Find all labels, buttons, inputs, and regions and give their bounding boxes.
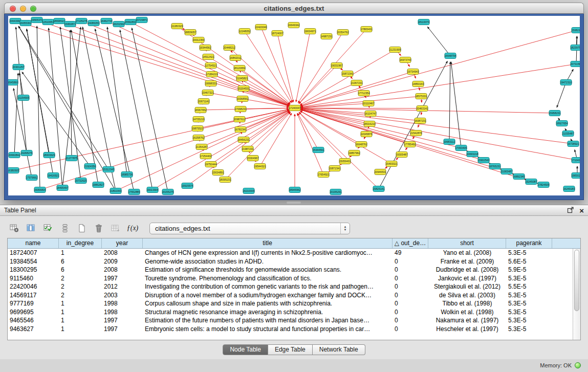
create-column-icon[interactable] bbox=[75, 222, 89, 235]
graph-node[interactable]: 16104747 bbox=[364, 111, 376, 117]
table-row[interactable]: 1456911722003Disruption of a novel membe… bbox=[8, 291, 573, 300]
column-header-4[interactable]: △ out_de… bbox=[393, 238, 428, 248]
show-columns-icon[interactable] bbox=[24, 222, 38, 235]
graph-node[interactable]: 14735219 bbox=[192, 117, 204, 122]
graph-node[interactable]: 21065487 bbox=[500, 169, 512, 174]
graph-node[interactable]: 17284219 bbox=[206, 72, 217, 77]
graph-node[interactable]: 19998331 bbox=[205, 81, 216, 86]
graph-node[interactable]: 21924356 bbox=[84, 164, 96, 169]
graph-node[interactable]: 12610651 bbox=[42, 19, 54, 25]
graph-node[interactable]: 19416921 bbox=[47, 173, 59, 179]
graph-node[interactable]: 15634891 bbox=[212, 170, 224, 176]
graph-node[interactable]: 12248052 bbox=[238, 29, 250, 34]
import-table-icon[interactable] bbox=[108, 222, 123, 235]
graph-node[interactable]: 15950871 bbox=[64, 21, 76, 27]
graph-node[interactable]: 20195291 bbox=[330, 189, 341, 195]
graph-node[interactable]: 16055361 bbox=[19, 20, 31, 26]
graph-node[interactable]: 18367652 bbox=[194, 107, 206, 113]
graph-node[interactable]: 22045876 bbox=[360, 132, 372, 137]
graph-node[interactable]: 19472310 bbox=[560, 80, 572, 85]
graph-node[interactable]: 14850163 bbox=[412, 81, 424, 87]
delete-column-icon[interactable] bbox=[92, 222, 106, 235]
graph-node[interactable]: 19245087 bbox=[525, 179, 537, 185]
column-header-6[interactable]: pagerank bbox=[506, 238, 552, 248]
graph-node[interactable]: 20448212 bbox=[223, 45, 235, 51]
graph-node[interactable]: 21542876 bbox=[410, 130, 422, 136]
window-titlebar[interactable]: citations_edges.txt bbox=[4, 3, 584, 14]
graph-node[interactable]: 15872341 bbox=[341, 71, 353, 77]
column-header-5[interactable]: short bbox=[428, 238, 506, 248]
graph-node[interactable]: 17712354 bbox=[358, 91, 369, 96]
graph-node[interactable]: 16648762 bbox=[355, 142, 367, 147]
graph-node[interactable]: 21354287 bbox=[195, 144, 207, 150]
graph-node[interactable]: 20729872 bbox=[136, 17, 147, 23]
graph-node[interactable]: 17785492 bbox=[404, 142, 416, 147]
row-tools-icon[interactable] bbox=[58, 222, 72, 235]
graph-node[interactable]: 20354762 bbox=[337, 30, 349, 35]
graph-node[interactable]: 19544321 bbox=[254, 164, 266, 169]
table-row[interactable]: 977716911998Corpus callosum shape and si… bbox=[8, 299, 573, 308]
graph-node[interactable]: 15344591 bbox=[312, 147, 324, 153]
graph-node[interactable]: 20946531 bbox=[374, 169, 386, 175]
graph-node[interactable]: 21802063 bbox=[110, 188, 121, 194]
graph-node[interactable]: 18575331 bbox=[415, 94, 427, 99]
graph-node[interactable]: 21987231 bbox=[242, 146, 253, 152]
graph-node[interactable]: 16892345 bbox=[513, 174, 525, 180]
graph-node[interactable]: 18095231 bbox=[219, 177, 231, 183]
close-button[interactable] bbox=[10, 6, 16, 12]
graph-node[interactable]: 16649342 bbox=[288, 23, 299, 28]
graph-node[interactable]: 19031967 bbox=[331, 63, 342, 69]
graph-node[interactable]: 18495497 bbox=[56, 185, 68, 191]
graph-node[interactable]: 18120654 bbox=[233, 65, 245, 71]
graph-node[interactable]: 19862827 bbox=[92, 182, 104, 188]
graph-node[interactable]: 18945962 bbox=[289, 187, 300, 193]
graph-node[interactable]: 17654921 bbox=[317, 172, 329, 178]
graph-node[interactable]: 20110467 bbox=[363, 101, 375, 106]
graph-node[interactable]: 16648794 bbox=[444, 53, 456, 59]
graph-node[interactable]: 19368562 bbox=[236, 96, 248, 102]
graph-node[interactable]: 20731586 bbox=[570, 61, 580, 67]
graph-node[interactable]: 20463142 bbox=[416, 106, 428, 112]
graph-node[interactable]: 16973743 bbox=[399, 57, 411, 63]
table-row[interactable]: 946554611997Estimation of the future num… bbox=[8, 316, 573, 325]
column-header-2[interactable]: year bbox=[102, 238, 143, 248]
graph-node[interactable]: 18698321 bbox=[53, 18, 65, 24]
graph-node[interactable]: 15204531 bbox=[237, 86, 249, 92]
graph-node[interactable]: 21035487 bbox=[562, 131, 574, 137]
graph-node[interactable]: 19545860 bbox=[8, 80, 18, 85]
graph-node[interactable]: 18239754 bbox=[570, 45, 580, 51]
graph-node[interactable]: 20671142 bbox=[198, 99, 210, 104]
graph-node[interactable]: 20301257 bbox=[12, 64, 24, 70]
graph-node[interactable]: 16155275 bbox=[162, 189, 173, 195]
graph-node[interactable]: 20012354 bbox=[192, 37, 204, 43]
graph-node[interactable]: 20693218 bbox=[466, 151, 478, 157]
graph-node[interactable]: 16842011 bbox=[230, 55, 242, 61]
graph-node[interactable]: 16087231 bbox=[414, 118, 426, 124]
graph-node[interactable]: 18231564 bbox=[113, 21, 124, 27]
graph-node[interactable]: 17104392 bbox=[571, 158, 580, 163]
network-table-select[interactable]: citations_edges.txt ▲▼ bbox=[149, 223, 350, 234]
table-row[interactable]: 969969511998Structural magnetic resonanc… bbox=[8, 308, 573, 317]
column-header-0[interactable]: name bbox=[8, 238, 59, 248]
graph-node[interactable]: 14987231 bbox=[320, 34, 332, 39]
function-builder-icon[interactable]: ƒ(x) bbox=[125, 222, 140, 235]
float-panel-icon[interactable] bbox=[567, 206, 574, 215]
graph-node[interactable]: 16249183 bbox=[563, 186, 575, 192]
network-svg[interactable]: 2064399916055361195653701261065118698321… bbox=[8, 16, 580, 195]
graph-node[interactable]: 19013904 bbox=[146, 187, 158, 193]
graph-node[interactable]: 15056804 bbox=[34, 187, 46, 193]
graph-node[interactable]: 20732625 bbox=[75, 178, 86, 184]
table-vertical-scrollbar[interactable] bbox=[573, 249, 580, 340]
graph-node[interactable]: 19344562 bbox=[199, 45, 211, 51]
table-row[interactable]: 946362711997Embryonic stem cells: a mode… bbox=[8, 325, 573, 334]
graph-node[interactable]: 20872341 bbox=[329, 166, 340, 171]
graph-node[interactable]: 18985736 bbox=[121, 172, 133, 178]
graph-node[interactable]: 19750444 bbox=[205, 162, 216, 167]
column-header-3[interactable]: title bbox=[143, 238, 393, 248]
graph-node[interactable]: 18765231 bbox=[489, 164, 500, 169]
graph-node[interactable]: 20987612 bbox=[233, 117, 245, 122]
graph-node[interactable]: 15467321 bbox=[202, 90, 213, 96]
network-canvas[interactable]: 2064399916055361195653701261065118698321… bbox=[8, 16, 580, 195]
graph-node[interactable]: 16738921 bbox=[567, 141, 579, 147]
graph-node[interactable]: 17865431 bbox=[360, 27, 372, 32]
